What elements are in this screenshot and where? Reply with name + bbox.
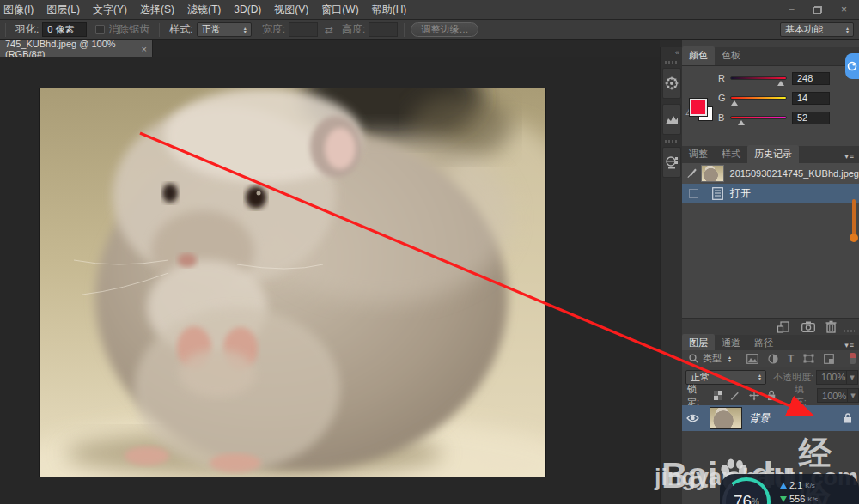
menu-item-filter[interactable]: 滤镜(T) xyxy=(187,3,221,17)
filter-smart-objects-icon[interactable] xyxy=(824,354,834,364)
tab-styles[interactable]: 样式 xyxy=(715,145,747,164)
new-doc-from-state-button[interactable] xyxy=(777,321,790,333)
filter-on-off-toggle[interactable] xyxy=(850,353,856,364)
menu-item-layer[interactable]: 图层(L) xyxy=(46,3,80,17)
channel-g-thumb[interactable] xyxy=(731,100,738,106)
upload-value: 2.1 xyxy=(789,480,802,490)
thermometer-dot[interactable] xyxy=(850,234,858,242)
restore-button[interactable] xyxy=(813,6,822,14)
history-snapshot-row[interactable]: 20150930214745_KUBhd.jpeg xyxy=(682,163,859,184)
fill-input[interactable]: 100% xyxy=(817,388,848,403)
width-label: 宽度: xyxy=(262,22,285,37)
history-state-row[interactable]: 打开 xyxy=(682,184,859,203)
layer-filter-row: 类型 ▴▾ T xyxy=(682,350,859,367)
navigator-panel-icon[interactable] xyxy=(662,68,681,99)
lock-transparency-button[interactable] xyxy=(714,391,722,400)
panel-column: 颜色 色板 » ⚠ R 248 G 14 xyxy=(682,40,859,504)
layer-row-background[interactable]: 背景 xyxy=(682,405,859,431)
document-tab-bar: 745_KUBhd.jpeg @ 100%(RGB/8#) × xyxy=(0,40,660,57)
minimize-button[interactable]: − xyxy=(789,3,795,15)
search-icon xyxy=(689,354,698,363)
lock-all-button[interactable] xyxy=(767,390,776,401)
opacity-input[interactable]: 100% xyxy=(816,370,847,385)
width-input[interactable] xyxy=(289,22,318,37)
height-input[interactable] xyxy=(369,22,398,37)
history-panel-menu-icon[interactable]: ▾≡ xyxy=(844,152,854,164)
history-panel-tabs: 调整 样式 历史记录 ▾≡ xyxy=(682,146,859,165)
tool-options-bar: 羽化: 0 像素 消除锯齿 样式: 正常 ▴▾ 宽度: ⇄ 高度: 调整边缘… … xyxy=(0,20,859,40)
history-list-empty[interactable] xyxy=(682,203,859,318)
channel-r-thumb[interactable] xyxy=(777,81,784,86)
hamster-photo[interactable] xyxy=(40,88,545,477)
channel-row-r: R 248 xyxy=(718,71,856,85)
menu-item-image[interactable]: 图像(I) xyxy=(3,3,34,17)
filter-shape-layers-icon[interactable] xyxy=(803,354,814,363)
updown-arrows-icon: ▴▾ xyxy=(728,355,731,362)
updown-arrows-icon: ▴▾ xyxy=(846,27,849,33)
channel-r-slider[interactable] xyxy=(730,76,787,80)
workspace-select[interactable]: 基本功能 ▴▾ xyxy=(780,22,854,37)
menu-item-3d[interactable]: 3D(D) xyxy=(234,3,261,15)
divider xyxy=(5,23,6,37)
blue-app-icon[interactable] xyxy=(845,53,859,79)
divider xyxy=(404,23,405,37)
lock-row: 锁定: 填充: 100% ▾ xyxy=(682,387,859,404)
expand-panels-icon[interactable]: « xyxy=(675,48,679,57)
lock-position-button[interactable] xyxy=(749,390,759,401)
blend-mode-value: 正常 xyxy=(691,371,710,384)
channel-b-value[interactable]: 52 xyxy=(792,112,830,124)
collapsed-panel-strip: « xyxy=(660,47,682,504)
canvas-area[interactable] xyxy=(0,57,660,504)
layer-name[interactable]: 背景 xyxy=(749,411,770,426)
tab-adjustments[interactable]: 调整 xyxy=(682,145,715,164)
foreground-swatch[interactable] xyxy=(690,99,707,116)
tab-history[interactable]: 历史记录 xyxy=(747,145,799,164)
filter-kind-select[interactable]: 类型 xyxy=(703,352,722,365)
history-state-label: 打开 xyxy=(730,186,751,201)
fill-label: 填充: xyxy=(795,383,814,409)
download-value: 556 xyxy=(789,494,805,504)
fill-dropdown-icon[interactable]: ▾ xyxy=(848,388,859,403)
filter-pixel-layers-icon[interactable] xyxy=(746,354,758,364)
antialias-checkbox[interactable] xyxy=(95,25,105,34)
panel-gripper[interactable] xyxy=(665,140,679,143)
upload-arrow-icon xyxy=(780,483,787,489)
menu-item-help[interactable]: 帮助(H) xyxy=(372,3,407,17)
tab-color[interactable]: 颜色 xyxy=(682,46,715,65)
lock-pixels-brush-button[interactable] xyxy=(730,390,740,401)
menu-item-view[interactable]: 视图(V) xyxy=(274,3,308,17)
feather-label: 羽化: xyxy=(15,22,39,37)
histogram-panel-icon[interactable] xyxy=(662,104,681,135)
opacity-dropdown-icon[interactable]: ▾ xyxy=(847,370,858,385)
refine-edge-button[interactable]: 调整边缘… xyxy=(411,22,478,37)
filter-type-layers-icon[interactable]: T xyxy=(788,353,794,365)
delete-state-button[interactable] xyxy=(825,320,837,333)
menu-item-select[interactable]: 选择(S) xyxy=(140,3,174,17)
tab-close-icon[interactable]: × xyxy=(142,44,147,54)
menu-item-type[interactable]: 文字(Y) xyxy=(93,3,127,17)
thermometer-slider[interactable] xyxy=(852,199,856,237)
menu-item-window[interactable]: 窗口(W) xyxy=(321,3,358,17)
history-footer xyxy=(682,318,859,335)
visibility-eye-icon[interactable] xyxy=(686,414,699,422)
panel-gripper[interactable] xyxy=(665,61,679,64)
channel-g-value[interactable]: 14 xyxy=(792,92,830,105)
channel-row-b: B 52 xyxy=(718,111,856,124)
document-tab[interactable]: 745_KUBhd.jpeg @ 100%(RGB/8#) × xyxy=(0,40,153,57)
tab-swatches[interactable]: 色板 xyxy=(715,46,747,65)
new-snapshot-button[interactable] xyxy=(801,321,815,332)
style-value: 正常 xyxy=(202,23,221,36)
resize-grip[interactable] xyxy=(844,330,855,332)
channel-b-thumb[interactable] xyxy=(738,120,745,125)
swap-dimensions-icon[interactable]: ⇄ xyxy=(325,24,333,36)
layer-thumbnail[interactable] xyxy=(710,407,742,429)
style-select[interactable]: 正常 ▴▾ xyxy=(197,22,252,37)
channel-r-value[interactable]: 248 xyxy=(792,72,830,85)
info-panel-icon[interactable] xyxy=(662,147,681,178)
channel-b-slider[interactable] xyxy=(730,116,787,119)
close-button[interactable]: × xyxy=(841,3,847,15)
feather-input[interactable]: 0 像素 xyxy=(42,22,87,37)
channel-g-slider[interactable] xyxy=(730,96,787,100)
filter-adjustment-layers-icon[interactable] xyxy=(768,354,778,364)
history-source-checkbox[interactable] xyxy=(689,189,698,198)
